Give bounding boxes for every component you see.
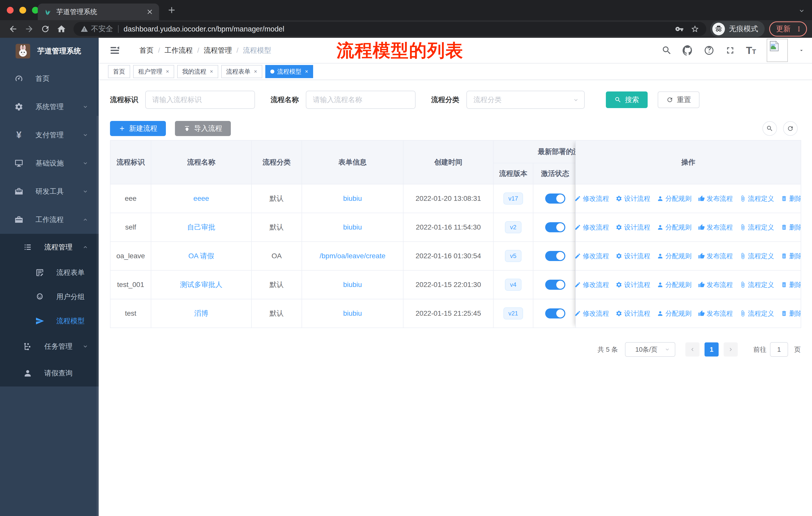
browser-update-button[interactable]: 更新 — [769, 21, 807, 36]
search-icon[interactable] — [662, 45, 672, 56]
sidebar-item-0[interactable]: 首页 — [0, 64, 99, 93]
import-process-button[interactable]: 导入流程 — [175, 121, 231, 136]
breadcrumb-item[interactable]: 流程管理 — [204, 46, 232, 55]
sidebar-item-2[interactable]: ¥ 支付管理 — [0, 121, 99, 149]
close-tab-icon[interactable] — [146, 8, 153, 16]
tab-search-chevron-icon[interactable] — [798, 7, 806, 15]
page-number-button[interactable]: 1 — [704, 343, 719, 356]
action-pencil-link[interactable]: 修改流程 — [574, 194, 609, 203]
forward-icon[interactable] — [24, 24, 34, 34]
action-paperclip-link[interactable]: 流程定义 — [740, 194, 774, 203]
action-pencil-link[interactable]: 修改流程 — [574, 223, 609, 232]
process-name-link[interactable]: 滔博 — [194, 309, 208, 318]
sidebar-item-10[interactable]: 任务管理 — [0, 333, 99, 360]
action-publish-link[interactable]: 发布流程 — [698, 280, 733, 289]
action-paperclip-link[interactable]: 流程定义 — [740, 223, 774, 232]
action-paperclip-link[interactable]: 流程定义 — [740, 252, 774, 261]
active-toggle[interactable] — [545, 222, 565, 232]
action-user-link[interactable]: 分配规则 — [657, 280, 692, 289]
action-trash-link[interactable]: 删除 — [781, 223, 802, 232]
action-trash-link[interactable]: 删除 — [781, 252, 802, 261]
url-text[interactable]: dashboard.yudao.iocoder.cn/bpm/manager/m… — [123, 25, 668, 33]
browser-menu-dots-icon[interactable] — [795, 25, 803, 33]
breadcrumb-item[interactable]: 工作流程 — [165, 46, 193, 55]
action-user-link[interactable]: 分配规则 — [657, 252, 692, 261]
back-icon[interactable] — [8, 24, 18, 34]
create-process-button[interactable]: 新建流程 — [110, 121, 166, 136]
breadcrumb-item[interactable]: 首页 — [140, 46, 153, 55]
action-gear-link[interactable]: 设计流程 — [616, 223, 650, 232]
close-tag-icon[interactable]: × — [166, 69, 169, 74]
search-button[interactable]: 搜索 — [606, 91, 648, 108]
action-publish-link[interactable]: 发布流程 — [698, 252, 733, 261]
tag-4[interactable]: 流程模型 × — [265, 65, 313, 78]
browser-tab[interactable]: 芋道管理系统 — [38, 3, 159, 20]
form-link[interactable]: /bpm/oa/leave/create — [320, 252, 386, 260]
process-name-link[interactable]: 测试多审批人 — [180, 280, 223, 290]
goto-page-input[interactable] — [770, 342, 788, 357]
action-user-link[interactable]: 分配规则 — [657, 223, 692, 232]
process-category-select-input[interactable] — [466, 91, 585, 109]
form-link[interactable]: biubiu — [343, 309, 362, 318]
bookmark-star-icon[interactable] — [691, 25, 699, 33]
tag-1[interactable]: 租户管理 × — [133, 65, 174, 78]
form-link[interactable]: biubiu — [343, 281, 362, 289]
close-tag-icon[interactable]: × — [254, 69, 257, 74]
close-tag-icon[interactable]: × — [305, 69, 308, 74]
tag-3[interactable]: 流程表单 × — [221, 65, 262, 78]
process-name-link[interactable]: OA 请假 — [188, 251, 214, 261]
form-link[interactable]: biubiu — [343, 223, 362, 231]
sidebar-item-11[interactable]: 请假查询 — [0, 360, 99, 386]
action-pencil-link[interactable]: 修改流程 — [574, 252, 609, 261]
action-user-link[interactable]: 分配规则 — [657, 194, 692, 203]
action-gear-link[interactable]: 设计流程 — [616, 309, 650, 318]
sidebar-item-9[interactable]: 流程模型 — [0, 309, 99, 333]
collapse-sidebar-icon[interactable] — [109, 45, 120, 56]
sidebar-item-5[interactable]: 工作流程 — [0, 206, 99, 234]
next-page-button[interactable] — [724, 343, 738, 356]
prev-page-button[interactable] — [686, 343, 699, 356]
github-icon[interactable] — [683, 45, 693, 56]
sidebar-item-1[interactable]: 系统管理 — [0, 93, 99, 121]
reload-icon[interactable] — [40, 24, 50, 34]
font-size-icon[interactable]: TT — [746, 45, 756, 55]
action-paperclip-link[interactable]: 流程定义 — [740, 309, 774, 318]
sidebar-logo-row[interactable]: 芋道管理系统 — [0, 38, 99, 64]
new-tab-button[interactable] — [167, 5, 177, 15]
active-toggle[interactable] — [545, 251, 565, 261]
refresh-table-button[interactable] — [783, 121, 798, 136]
fullscreen-icon[interactable] — [725, 45, 735, 56]
process-name-link[interactable]: eeee — [193, 194, 209, 202]
action-gear-link[interactable]: 设计流程 — [616, 280, 650, 289]
action-publish-link[interactable]: 发布流程 — [698, 309, 733, 318]
action-trash-link[interactable]: 删除 — [781, 194, 802, 203]
action-paperclip-link[interactable]: 流程定义 — [740, 280, 774, 289]
minimize-window-button[interactable] — [19, 7, 26, 13]
action-trash-link[interactable]: 删除 — [781, 280, 802, 289]
form-link[interactable]: biubiu — [343, 194, 362, 202]
action-pencil-link[interactable]: 修改流程 — [574, 309, 609, 318]
action-user-link[interactable]: 分配规则 — [657, 309, 692, 318]
avatar-caret-down-icon[interactable] — [799, 47, 805, 53]
sidebar-item-7[interactable]: 流程表单 — [0, 261, 99, 285]
action-gear-link[interactable]: 设计流程 — [616, 194, 650, 203]
action-gear-link[interactable]: 设计流程 — [616, 252, 650, 261]
help-icon[interactable] — [704, 45, 714, 56]
active-toggle[interactable] — [545, 193, 565, 203]
process-name-input[interactable] — [306, 91, 415, 109]
avatar[interactable] — [767, 39, 788, 62]
close-window-button[interactable] — [7, 7, 13, 13]
not-secure-warning-icon[interactable] — [81, 25, 88, 33]
close-tag-icon[interactable]: × — [210, 69, 213, 74]
url-bar[interactable]: 不安全 dashboard.yudao.iocoder.cn/bpm/manag… — [74, 22, 706, 36]
active-toggle[interactable] — [545, 308, 565, 319]
show-search-toggle-button[interactable] — [762, 121, 777, 136]
tag-0[interactable]: 首页 — [108, 65, 130, 78]
action-publish-link[interactable]: 发布流程 — [698, 223, 733, 232]
process-id-input[interactable] — [145, 91, 255, 109]
sidebar-item-4[interactable]: 研发工具 — [0, 178, 99, 206]
action-pencil-link[interactable]: 修改流程 — [574, 280, 609, 289]
reset-button[interactable]: 重置 — [658, 91, 699, 108]
tag-2[interactable]: 我的流程 × — [177, 65, 218, 78]
process-name-link[interactable]: 自己审批 — [187, 222, 215, 232]
